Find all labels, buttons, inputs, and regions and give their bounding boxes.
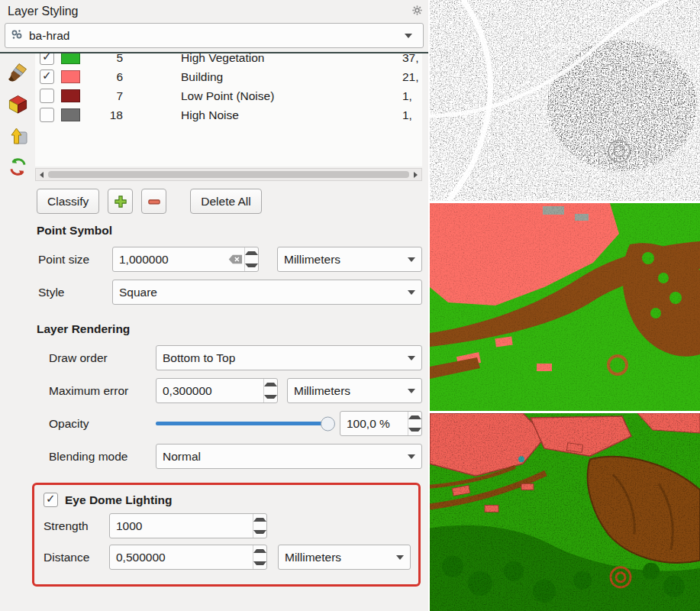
class-visibility-checkbox[interactable]	[40, 70, 54, 84]
distance-input[interactable]: 0,500000	[109, 545, 267, 570]
class-point-count: 1,	[402, 89, 422, 103]
maximum-error-input[interactable]: 0,300000	[156, 378, 278, 403]
class-point-count: 1,	[402, 108, 422, 122]
table-row[interactable]: 6 Building 21,	[35, 67, 422, 86]
3d-view-icon[interactable]	[6, 92, 29, 115]
class-label: Low Point (Noise)	[181, 89, 402, 103]
spinner-up-icon[interactable]	[253, 514, 266, 526]
layer-selector-value: ba-hrad	[29, 29, 392, 43]
raise-to-top-icon[interactable]	[6, 124, 29, 147]
plus-icon	[113, 194, 128, 209]
draw-order-select[interactable]: Bottom to Top	[156, 345, 422, 370]
layer-selector-row: ba-hrad	[0, 23, 428, 53]
spinner-up-icon[interactable]	[245, 247, 258, 260]
preview-point-cloud-grayscale	[430, 0, 700, 201]
blending-mode-select[interactable]: Normal	[156, 444, 422, 469]
table-row[interactable]: 7 Low Point (Noise) 1,	[35, 86, 422, 105]
delete-all-button[interactable]: Delete All	[190, 189, 261, 214]
strength-label: Strength	[44, 519, 109, 533]
slider-handle[interactable]	[321, 416, 335, 431]
class-label: Building	[181, 70, 402, 84]
class-point-count: 37,	[402, 53, 422, 65]
scrollbar-thumb[interactable]	[48, 171, 409, 178]
remove-class-button[interactable]	[141, 189, 166, 214]
symbology-brush-icon[interactable]	[6, 61, 29, 84]
distance-label: Distance	[44, 551, 109, 564]
scroll-right-icon[interactable]	[410, 169, 421, 180]
point-symbol-heading: Point Symbol	[37, 224, 422, 238]
point-size-label: Point size	[38, 253, 112, 267]
style-label: Style	[38, 286, 112, 299]
eye-dome-lighting-annotation-box: Eye Dome Lighting Strength 1000	[32, 483, 421, 587]
class-value: 5	[80, 53, 123, 65]
eye-dome-lighting-checkbox[interactable]	[44, 493, 58, 507]
chevron-down-icon	[402, 280, 421, 304]
preview-classified-eye-dome	[430, 413, 700, 611]
style-select[interactable]: Square	[112, 280, 422, 305]
opacity-label: Opacity	[49, 417, 156, 431]
panel-options-icon[interactable]	[412, 5, 422, 18]
distance-unit-select[interactable]: Millimeters	[278, 545, 411, 570]
spinner-down-icon[interactable]	[253, 558, 266, 570]
chevron-down-icon	[402, 247, 421, 271]
spinner-up-icon[interactable]	[264, 379, 277, 391]
map-previews-column	[428, 0, 700, 611]
panel-titlebar: Layer Styling	[0, 0, 428, 23]
history-icon[interactable]	[6, 155, 29, 178]
scroll-left-icon[interactable]	[36, 169, 47, 180]
minus-icon	[147, 194, 162, 209]
spinner-down-icon[interactable]	[408, 424, 421, 436]
class-point-count: 21,	[402, 70, 422, 84]
class-visibility-checkbox[interactable]	[40, 53, 54, 65]
chevron-down-icon	[402, 346, 421, 370]
class-label: High Vegetation	[181, 53, 402, 65]
chevron-down-icon	[390, 545, 410, 569]
maximum-error-label: Maximum error	[49, 384, 156, 398]
maximum-error-unit-select[interactable]: Millimeters	[287, 378, 422, 403]
class-color-swatch[interactable]	[61, 53, 80, 64]
panel-title: Layer Styling	[8, 5, 79, 18]
strength-input[interactable]: 1000	[109, 513, 267, 538]
draw-order-label: Draw order	[49, 351, 156, 365]
blending-mode-label: Blending mode	[49, 450, 156, 464]
classify-button[interactable]: Classify	[37, 189, 99, 214]
table-row[interactable]: 18 High Noise 1,	[35, 105, 422, 124]
class-color-swatch[interactable]	[61, 89, 80, 102]
spinner-up-icon[interactable]	[253, 545, 266, 558]
spinner-down-icon[interactable]	[253, 526, 266, 538]
class-color-swatch[interactable]	[61, 108, 80, 121]
classification-table[interactable]: 5 High Vegetation 37, 6 Building 21,	[35, 53, 422, 166]
opacity-slider[interactable]	[156, 412, 329, 435]
table-horizontal-scrollbar[interactable]	[35, 168, 422, 181]
chevron-down-icon	[398, 24, 418, 47]
spinner-down-icon[interactable]	[245, 260, 258, 272]
class-color-swatch[interactable]	[61, 70, 80, 83]
eye-dome-lighting-heading: Eye Dome Lighting	[65, 493, 172, 507]
clear-field-icon[interactable]	[226, 254, 244, 264]
layer-styling-panel: Layer Styling	[0, 0, 428, 611]
opacity-input[interactable]: 100,0 %	[340, 411, 422, 436]
table-row[interactable]: 5 High Vegetation 37,	[35, 53, 422, 67]
class-value: 7	[80, 89, 123, 103]
class-visibility-checkbox[interactable]	[40, 89, 54, 103]
add-class-button[interactable]	[108, 189, 133, 214]
class-visibility-checkbox[interactable]	[40, 108, 54, 122]
chevron-down-icon	[402, 379, 421, 402]
layer-selector[interactable]: ba-hrad	[5, 23, 424, 48]
spinner-down-icon[interactable]	[264, 391, 277, 403]
class-label: High Noise	[181, 108, 402, 122]
point-size-unit-select[interactable]: Millimeters	[277, 247, 422, 272]
spinner-up-icon[interactable]	[408, 412, 421, 424]
qgis-window: Layer Styling	[0, 0, 700, 611]
class-value: 18	[80, 108, 123, 122]
class-value: 6	[80, 70, 123, 84]
styling-tabs-strip	[0, 53, 35, 611]
layer-rendering-heading: Layer Rendering	[37, 322, 422, 336]
preview-classified-flat	[430, 203, 700, 411]
point-size-input[interactable]: 1,000000	[112, 247, 259, 272]
point-cloud-layer-icon	[11, 28, 23, 44]
chevron-down-icon	[402, 445, 421, 468]
